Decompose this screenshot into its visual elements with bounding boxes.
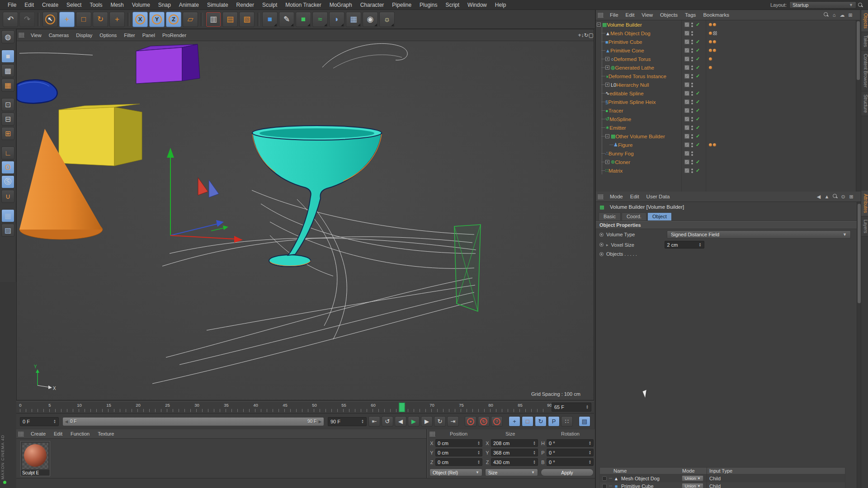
- stepper-icon[interactable]: ▲▼: [477, 441, 480, 446]
- layer-swatch[interactable]: [684, 82, 689, 87]
- spline-pen-button[interactable]: ✎: [279, 12, 294, 27]
- menu-objects[interactable]: Objects: [656, 12, 681, 18]
- range-start-field[interactable]: 0 F ▲▼: [20, 417, 59, 426]
- workplane-rotate-button[interactable]: ▨: [1, 224, 14, 237]
- array-button[interactable]: ▦: [346, 12, 361, 27]
- visibility-dots[interactable]: [691, 48, 693, 53]
- visibility-dots[interactable]: [691, 134, 693, 139]
- enable-check-icon[interactable]: ✓: [695, 133, 701, 139]
- enable-check-icon[interactable]: ✓: [695, 56, 701, 62]
- phong-tag-icon[interactable]: [709, 32, 712, 35]
- stepper-icon[interactable]: ▲▼: [589, 460, 591, 465]
- tree-item-other-volume-builder[interactable]: −▩Other Volume Builder✓: [596, 132, 856, 141]
- menu-panel[interactable]: Panel: [139, 33, 159, 38]
- menu-animate[interactable]: Animate: [175, 2, 203, 8]
- voxel-size-field[interactable]: 2 cm ▲▼: [665, 241, 704, 249]
- menu-edit[interactable]: Edit: [627, 194, 643, 199]
- layer-swatch[interactable]: [684, 65, 689, 70]
- coord-field-rotation-h[interactable]: 0 °▲▼: [547, 439, 594, 447]
- light-button[interactable]: ☼: [379, 12, 395, 27]
- layer-swatch[interactable]: [684, 142, 689, 147]
- panel-grip[interactable]: [429, 432, 435, 436]
- tab-object[interactable]: Object: [647, 212, 672, 221]
- tree-item-figure[interactable]: ♟Figure✓: [596, 141, 856, 149]
- tree-item-bunny-fog[interactable]: ∴Bunny Fog: [596, 149, 856, 158]
- volume-type-select[interactable]: Signed Distance Field ▼: [667, 230, 851, 239]
- tree-item-mospline[interactable]: ↺MoSpline✓: [596, 115, 856, 123]
- section-object-properties[interactable]: Object Properties: [596, 221, 861, 229]
- enable-check-icon[interactable]: ✓: [695, 73, 701, 79]
- side-tab-takes[interactable]: Takes: [861, 32, 868, 51]
- current-frame-field[interactable]: 65 F ▲▼: [552, 403, 591, 412]
- objects-table-row-mesh-object-dog[interactable]: ▲Mesh Object DogUnion▼Child: [599, 474, 845, 482]
- loop-forward-button[interactable]: ↻: [434, 416, 446, 427]
- enable-check-icon[interactable]: ✓: [695, 159, 701, 165]
- disclosure-icon[interactable]: ▸: [606, 243, 609, 247]
- menu-mode[interactable]: Mode: [606, 194, 627, 199]
- timeline-panel-button[interactable]: ▤: [579, 416, 590, 427]
- phong-tag-icon[interactable]: [709, 49, 712, 52]
- search-icon[interactable]: [832, 193, 838, 199]
- visibility-dots[interactable]: [691, 117, 693, 122]
- polygons-mode-button[interactable]: ⊞: [1, 127, 14, 140]
- layer-swatch[interactable]: [684, 74, 689, 79]
- z-axis-lock-button[interactable]: Z: [166, 12, 181, 27]
- expander-minus-icon[interactable]: −: [597, 23, 601, 27]
- edges-mode-button[interactable]: ⊟: [1, 113, 14, 126]
- menu-view[interactable]: View: [27, 33, 45, 38]
- phong-tag-icon[interactable]: [709, 40, 712, 43]
- up-icon[interactable]: ▲: [823, 194, 831, 199]
- back-icon[interactable]: ◀: [815, 194, 823, 200]
- layer-swatch[interactable]: [684, 168, 689, 173]
- coord-field-position-y[interactable]: 0 cm▲▼: [435, 449, 482, 456]
- coord-field-size-z[interactable]: 430 cm▲▼: [491, 458, 538, 466]
- visibility-dots[interactable]: [691, 169, 693, 173]
- phong-tag-icon[interactable]: [713, 40, 716, 43]
- layer-swatch[interactable]: [684, 31, 689, 36]
- range-left-arrow-icon[interactable]: ◀: [63, 419, 70, 424]
- tree-item-deformed-torus-instance[interactable]: ◑Deformed Torus Instance✓: [596, 72, 856, 80]
- visibility-dots[interactable]: [691, 160, 693, 164]
- enable-check-icon[interactable]: ✓: [695, 22, 701, 28]
- stepper-icon[interactable]: ▲▼: [533, 460, 536, 465]
- layer-swatch[interactable]: [684, 160, 689, 164]
- maximize-view-icon[interactable]: ▢: [589, 32, 594, 38]
- menu-tags[interactable]: Tags: [681, 12, 699, 18]
- tree-item-emitter[interactable]: ∗Emitter✓: [596, 123, 856, 132]
- menu-create[interactable]: Create: [38, 2, 62, 8]
- tree-item-primitive-cube[interactable]: ■Primitive Cube✓: [596, 38, 856, 46]
- menu-edit[interactable]: Edit: [622, 12, 638, 18]
- phong-tag-icon[interactable]: [709, 143, 712, 146]
- menu-volume[interactable]: Volume: [128, 2, 154, 8]
- menu-render[interactable]: Render: [232, 2, 258, 8]
- layer-swatch[interactable]: [684, 91, 689, 96]
- tree-item-mesh-object-dog[interactable]: ▲Mesh Object Dog: [596, 29, 856, 38]
- menu-create[interactable]: Create: [27, 431, 50, 436]
- phong-tag-icon[interactable]: [709, 57, 712, 61]
- coord-system-button[interactable]: ▱: [183, 12, 198, 27]
- visibility-dots[interactable]: [691, 91, 693, 96]
- search-icon[interactable]: [823, 12, 829, 17]
- visibility-dots[interactable]: [691, 66, 693, 70]
- layer-swatch[interactable]: [684, 117, 689, 122]
- menu-select[interactable]: Select: [62, 2, 85, 8]
- menu-prorender[interactable]: ProRender: [159, 33, 190, 38]
- menu-mograph[interactable]: MoGraph: [326, 2, 356, 8]
- axis-mode-button[interactable]: ∟: [1, 146, 14, 160]
- record-keyframe-button[interactable]: ●: [465, 416, 476, 427]
- field-button[interactable]: ◗: [329, 12, 344, 27]
- phong-tag-icon[interactable]: [709, 23, 712, 26]
- coord-field-rotation-b[interactable]: 0 °▲▼: [547, 458, 594, 466]
- render-picture-viewer-button[interactable]: ▤: [222, 12, 238, 27]
- stepper-icon[interactable]: ▲▼: [589, 450, 591, 455]
- visibility-dots[interactable]: [691, 108, 693, 113]
- live-selection-button[interactable]: ↖: [42, 12, 58, 27]
- purple-cube[interactable]: [136, 44, 200, 84]
- enable-check-icon[interactable]: ✓: [695, 65, 701, 70]
- keyframe-ring-icon[interactable]: [599, 252, 604, 256]
- home-icon[interactable]: ⌂: [830, 12, 838, 18]
- enable-check-icon[interactable]: ✓: [695, 108, 701, 113]
- record-rotation-toggle[interactable]: ↻: [535, 416, 547, 427]
- prev-frame-button[interactable]: ◀: [395, 416, 406, 427]
- panel-grip[interactable]: [19, 33, 24, 38]
